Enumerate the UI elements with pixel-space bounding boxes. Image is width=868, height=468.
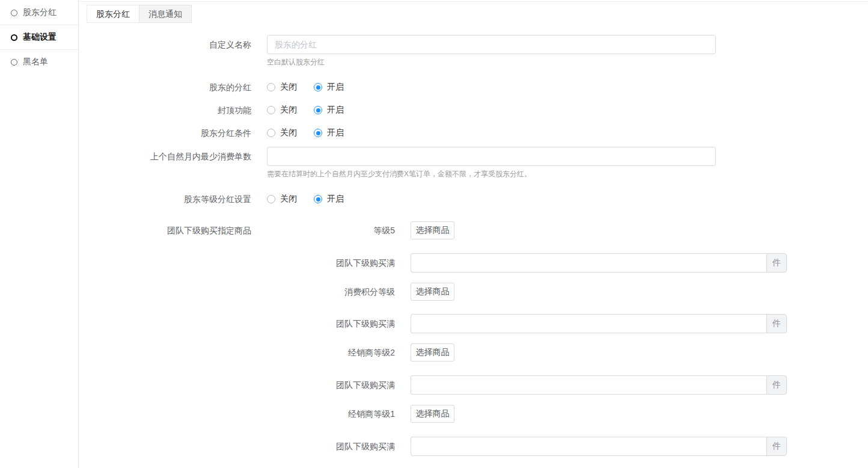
radio-off[interactable]: 关闭 — [267, 194, 297, 205]
qty-label: 团队下级购买满 — [79, 375, 411, 395]
qty-label: 团队下级购买满 — [79, 253, 411, 272]
form-row-cap-switch: 封顶功能 关闭 开启 — [79, 104, 868, 116]
qty-input[interactable] — [411, 314, 766, 333]
sidebar-item-basic-settings[interactable]: 基础设置 — [0, 25, 78, 49]
form-row-dealer-level-1-qty: 团队下级购买满 件 — [79, 437, 868, 456]
radio-label: 开启 — [327, 128, 344, 138]
radio-label: 关闭 — [280, 105, 297, 115]
field-label: 封顶功能 — [79, 104, 267, 116]
group-label: 团队下级购买指定商品 — [79, 221, 267, 239]
radio-off[interactable]: 关闭 — [267, 128, 297, 138]
radio-label: 关闭 — [280, 128, 297, 138]
level-name: 经销商等级1 — [79, 405, 411, 423]
radio-label: 开启 — [327, 194, 344, 205]
radio-on[interactable]: 开启 — [314, 105, 344, 115]
radio-off[interactable]: 关闭 — [267, 82, 297, 93]
radio-on[interactable]: 开启 — [314, 82, 344, 93]
field-label: 股东分红条件 — [79, 127, 267, 139]
select-product-button[interactable]: 选择商品 — [411, 221, 454, 239]
tab-shareholder-dividend[interactable]: 股东分红 — [87, 5, 139, 23]
radio-icon — [267, 106, 275, 114]
radio-icon — [267, 83, 275, 91]
qty-input[interactable] — [411, 437, 766, 456]
circle-icon — [11, 34, 17, 41]
qty-label: 团队下级购买满 — [79, 314, 411, 333]
radio-icon — [267, 195, 275, 203]
radio-label: 开启 — [327, 82, 344, 93]
qty-label: 团队下级购买满 — [79, 437, 411, 456]
radio-checked-icon — [314, 106, 322, 114]
unit-addon: 件 — [766, 253, 787, 272]
custom-name-input[interactable] — [267, 35, 716, 54]
sidebar-item-blacklist[interactable]: 黑名单 — [0, 50, 78, 74]
circle-icon — [11, 59, 17, 66]
form-row-level-5-qty: 团队下级购买满 件 — [79, 253, 868, 272]
level-name: 等级5 — [267, 221, 411, 239]
radio-checked-icon — [314, 195, 322, 203]
form-row-condition-switch: 股东分红条件 关闭 开启 — [79, 127, 868, 139]
form-row-level-dividend-switch: 股东等级分红设置 关闭 开启 — [79, 193, 868, 205]
qty-input[interactable] — [411, 375, 766, 395]
radio-off[interactable]: 关闭 — [267, 105, 297, 115]
radio-label: 开启 — [327, 105, 344, 115]
field-label: 自定义名称 — [79, 35, 267, 54]
select-product-button[interactable]: 选择商品 — [411, 283, 454, 301]
unit-addon: 件 — [766, 437, 787, 456]
circle-icon — [11, 10, 17, 16]
field-label: 股东等级分红设置 — [79, 193, 267, 205]
form-row-dealer-level-1: 经销商等级1 选择商品 — [79, 405, 868, 423]
form-row-level-5: 团队下级购买指定商品 等级5 选择商品 — [79, 221, 868, 239]
form-row-dealer-level-2: 经销商等级2 选择商品 — [79, 343, 868, 362]
radio-icon — [267, 129, 275, 137]
form-row-points-level: 消费积分等级 选择商品 — [79, 283, 868, 301]
sidebar-item-shareholder-dividend[interactable]: 股东分红 — [0, 1, 78, 25]
field-help: 需要在结算时的上个自然月内至少支付消费X笔订单，金额不限，才享受股东分红。 — [267, 170, 716, 178]
select-product-button[interactable]: 选择商品 — [411, 343, 454, 362]
sidebar-item-label: 基础设置 — [23, 32, 57, 43]
field-help: 空白默认股东分红 — [267, 58, 716, 66]
sidebar: 股东分红 基础设置 黑名单 — [0, 0, 79, 468]
radio-on[interactable]: 开启 — [314, 194, 344, 205]
form-row-points-level-qty: 团队下级购买满 件 — [79, 314, 868, 333]
tab-message-notice[interactable]: 消息通知 — [139, 5, 192, 23]
qty-input[interactable] — [411, 253, 766, 272]
form-row-dealer-level-2-qty: 团队下级购买满 件 — [79, 375, 868, 395]
level-name: 经销商等级2 — [79, 343, 411, 362]
main-content: 股东分红 消息通知 自定义名称 空白默认股东分红 股东的分红 关闭 开启 封顶功… — [79, 0, 868, 468]
sidebar-item-label: 黑名单 — [23, 57, 48, 67]
field-label: 上个自然月内最少消费单数 — [79, 147, 267, 166]
radio-label: 关闭 — [280, 194, 297, 205]
unit-addon: 件 — [766, 375, 787, 395]
radio-label: 关闭 — [280, 82, 297, 93]
unit-addon: 件 — [766, 314, 787, 333]
radio-checked-icon — [314, 129, 322, 137]
level-name: 消费积分等级 — [79, 283, 411, 301]
radio-on[interactable]: 开启 — [314, 128, 344, 138]
radio-checked-icon — [314, 83, 322, 91]
form-row-custom-name: 自定义名称 空白默认股东分红 — [79, 35, 868, 66]
tab-bar: 股东分红 消息通知 — [87, 5, 868, 23]
field-label: 股东的分红 — [79, 81, 267, 93]
form-row-dividend-switch: 股东的分红 关闭 开启 — [79, 81, 868, 93]
sidebar-item-label: 股东分红 — [23, 7, 57, 18]
select-product-button[interactable]: 选择商品 — [411, 405, 454, 423]
form-row-min-orders: 上个自然月内最少消费单数 需要在结算时的上个自然月内至少支付消费X笔订单，金额不… — [79, 147, 868, 178]
min-orders-input[interactable] — [267, 147, 716, 166]
